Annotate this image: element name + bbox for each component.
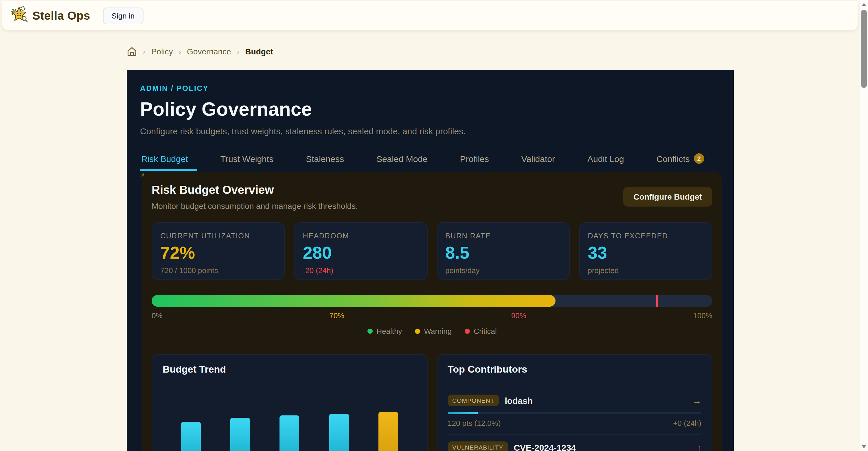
stats-grid: CURRENT UTILIZATION 72% 720 / 1000 point…	[152, 222, 712, 280]
stat-sub: projected	[588, 266, 704, 275]
top-bar: Stella Ops Sign in	[2, 1, 858, 30]
type-badge: COMPONENT	[447, 395, 499, 406]
brand-title: Stella Ops	[32, 9, 90, 22]
trend-arrow-icon: →	[693, 395, 701, 405]
status-legend: Healthy Warning Critical	[152, 327, 712, 335]
overview-title: Risk Budget Overview	[152, 184, 358, 197]
stella-ops-logo-icon	[10, 6, 28, 26]
critical-dot-icon	[464, 329, 470, 334]
budget-trend-chart: 12/1 12/8 12/15 12/22 12/29	[163, 399, 416, 451]
page: Stella Ops Sign in › Policy › Governance…	[0, 0, 868, 451]
stat-sub: 720 / 1000 points	[160, 266, 276, 275]
budget-trend-card: Budget Trend 12/1 12/8 12/15 12/22 12/29	[152, 354, 427, 451]
page-subtitle: Configure risk budgets, trust weights, s…	[140, 126, 720, 136]
stat-value: 72%	[160, 244, 276, 262]
tab-list: Risk Budget Trust Weights Staleness Seal…	[140, 149, 720, 171]
type-badge: VULNERABILITY	[447, 442, 508, 451]
contributor-bar	[447, 412, 701, 414]
contributor-row[interactable]: VULNERABILITY CVE-2024-1234 ↑ 95 pts (9.…	[447, 435, 701, 451]
stat-sub: points/day	[445, 266, 561, 275]
breadcrumb-budget: Budget	[245, 47, 273, 56]
contributor-name: CVE-2024-1234	[514, 442, 576, 451]
trend-bar	[279, 415, 299, 451]
scrollbar-down-icon[interactable]	[861, 445, 866, 448]
stat-days-to-exceeded: DAYS TO EXCEEDED 33 projected	[579, 222, 713, 280]
chevron-right-icon: ›	[179, 47, 181, 56]
brand: Stella Ops	[10, 6, 90, 26]
stat-value: 280	[303, 244, 419, 262]
trend-bar	[230, 418, 250, 451]
page-title: Policy Governance	[140, 98, 720, 120]
tab-profiles[interactable]: Profiles	[459, 149, 490, 171]
section-eyebrow: ADMIN / POLICY	[140, 84, 720, 93]
trend-bar	[378, 412, 398, 451]
stat-value: 8.5	[445, 244, 561, 262]
trend-arrow-icon: ↑	[697, 442, 701, 451]
stat-sub: -20 (24h)	[303, 266, 419, 275]
tick-label: 90%	[511, 311, 526, 320]
tick-label: 0%	[152, 311, 163, 320]
scrollbar-thumb[interactable]	[861, 10, 867, 88]
breadcrumb-governance[interactable]: Governance	[187, 47, 231, 56]
tab-trust-weights[interactable]: Trust Weights	[219, 149, 275, 171]
stat-headroom: HEADROOM 280 -20 (24h)	[294, 222, 428, 280]
breadcrumb: › Policy › Governance › Budget	[127, 46, 273, 57]
browser-scrollbar[interactable]	[860, 0, 868, 451]
overview-subtitle: Monitor budget consumption and manage ri…	[152, 201, 358, 211]
contributor-name: lodash	[505, 395, 533, 405]
utilization-progress: 0% 70% 90% 100% Healthy Warning Critical	[152, 295, 712, 335]
stat-burn-rate: BURN RATE 8.5 points/day	[437, 222, 570, 280]
sign-in-button[interactable]: Sign in	[103, 7, 144, 24]
progress-track	[152, 295, 712, 307]
contributor-points: 120 pts (12.0%)	[447, 419, 501, 427]
tick-label: 100%	[693, 311, 713, 320]
top-contributors-card: Top Contributors COMPONENT lodash → 120 …	[437, 354, 712, 451]
tab-validator[interactable]: Validator	[520, 149, 556, 171]
tab-risk-budget[interactable]: Risk Budget	[140, 149, 189, 171]
progress-labels: 0% 70% 90% 100%	[152, 311, 712, 320]
chevron-right-icon: ›	[237, 47, 240, 56]
tab-audit-log[interactable]: Audit Log	[586, 149, 625, 171]
chevron-right-icon: ›	[143, 47, 146, 56]
conflicts-count-badge: 2	[694, 153, 704, 164]
tab-sealed-mode[interactable]: Sealed Mode	[375, 149, 429, 171]
healthy-dot-icon	[367, 329, 372, 334]
risk-budget-overview-card: Risk Budget Overview Monitor budget cons…	[142, 172, 722, 451]
warning-dot-icon	[414, 329, 420, 334]
top-contributors-title: Top Contributors	[447, 364, 701, 376]
breadcrumb-policy[interactable]: Policy	[151, 47, 173, 56]
trend-bar	[181, 422, 200, 451]
contributor-row[interactable]: COMPONENT lodash → 120 pts (12.0%) +0 (2…	[447, 388, 701, 435]
tab-staleness[interactable]: Staleness	[305, 149, 345, 171]
tab-conflicts[interactable]: Conflicts 2	[655, 149, 705, 171]
tick-label: 70%	[329, 311, 344, 320]
configure-budget-button[interactable]: Configure Budget	[623, 187, 712, 206]
critical-threshold-marker	[656, 295, 658, 307]
trend-bar	[329, 414, 349, 451]
budget-trend-title: Budget Trend	[163, 364, 416, 376]
stat-value: 33	[588, 244, 704, 262]
scrollbar-up-icon[interactable]	[861, 3, 866, 6]
progress-fill	[152, 295, 555, 307]
stat-current-utilization: CURRENT UTILIZATION 72% 720 / 1000 point…	[152, 222, 285, 280]
home-icon[interactable]	[127, 46, 137, 57]
contributor-delta: +0 (24h)	[673, 419, 701, 427]
